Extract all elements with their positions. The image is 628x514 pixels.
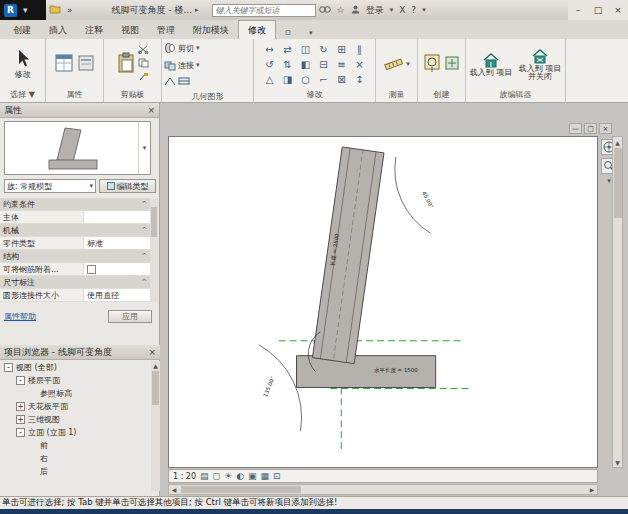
vertical-scrollbar[interactable]: ▲ ▼ [612,136,623,468]
tab-view[interactable]: 视图 [112,21,148,39]
tab-insert[interactable]: 插入 [40,21,76,39]
tab-addins[interactable]: 附加模块 [184,21,238,39]
tab-create[interactable]: 创建 [4,21,40,39]
view-close-icon[interactable]: × [599,123,612,134]
match-type-icon[interactable] [138,72,149,83]
measure-dropdown-icon[interactable]: ▾ [406,60,410,68]
tree-item-ceiling-plans[interactable]: + 天花板平面 [0,400,150,413]
project-browser-close-icon[interactable]: × [148,347,156,357]
tab-annotate[interactable]: 注释 [76,21,112,39]
angle-left-label[interactable]: 135.00° [262,375,276,398]
apply-button[interactable]: 应用 [108,310,152,323]
rotate-ccw-icon[interactable]: ↺ [261,57,279,72]
expander-icon[interactable]: - [4,363,13,372]
horizontal-length-label[interactable]: 水平长度 = 1500 [374,367,418,374]
move-vertical-icon[interactable]: ↕ [351,72,369,87]
group-icon[interactable]: ⊠ [333,72,351,87]
view-restore-icon[interactable]: □ [584,123,597,134]
move-icon[interactable]: ⇅ [279,57,297,72]
navbar-dropdown-icon[interactable]: ▾ [607,177,611,185]
scroll-up-icon[interactable]: ▲ [613,137,622,147]
property-group-row[interactable]: 结构^ [0,250,150,263]
properties-help-link[interactable]: 属性帮助 [4,311,36,322]
load-into-project-button[interactable]: 载入到 项目 [468,51,514,77]
app-logo-icon[interactable]: R [4,4,17,17]
property-group-row[interactable]: 约束条件^ [0,198,150,211]
cut-geometry-button[interactable]: 剪切▾ [164,41,200,55]
expander-icon[interactable]: - [16,428,25,437]
property-value[interactable] [84,211,150,223]
minimize-button[interactable]: – [568,2,588,18]
create-similar-icon[interactable] [444,54,460,74]
view-minimize-icon[interactable]: — [569,123,582,134]
extend-icon[interactable]: △ [261,72,279,87]
unjoin-icon[interactable]: ◨ [279,72,297,87]
array-icon[interactable]: ⊞ [333,42,351,57]
tree-item-floor-plans[interactable]: - 楼层平面 [0,374,150,387]
sun-path-icon[interactable]: ☀ [224,471,232,481]
paste-icon[interactable] [117,52,135,76]
split-icon[interactable]: ∥ [351,42,369,57]
scale-icon[interactable]: ⊟ [315,57,333,72]
wall-joins-icon[interactable] [164,76,176,88]
cut-clipboard-icon[interactable] [138,45,149,56]
hide-isolate-icon[interactable]: ⊡ [273,471,281,481]
shadows-icon[interactable]: ◐ [236,471,244,481]
property-value[interactable]: 标准 [84,237,150,249]
maximize-button[interactable]: □ [588,2,608,18]
properties-palette-header[interactable]: 属性 × [0,103,159,118]
join-geometry-button[interactable]: 连接▾ [164,58,200,72]
properties-scrollbar[interactable] [150,198,158,302]
collapse-icon[interactable]: ^ [141,226,147,234]
tree-item-front[interactable]: 前 [0,439,150,452]
tree-item-3d-views[interactable]: + 三维视图 [0,413,150,426]
tree-item-views[interactable]: - 视图 (全部) [0,361,150,374]
measure-icon[interactable] [383,54,403,74]
panel-label-select[interactable]: 选择 ▼ [0,89,45,102]
scroll-right-icon[interactable]: ▶ [587,486,597,493]
family-category-select[interactable]: 族: 常规模型 ▾ [4,179,96,193]
load-into-project-close-button[interactable]: 载入到 项目并关闭 [517,47,563,82]
modify-tool-button[interactable]: 修改 [15,49,31,80]
properties-palette-icon[interactable] [54,53,74,75]
scroll-left-icon[interactable]: ◀ [169,486,179,493]
horizontal-scrollbar[interactable]: ◀ ▶ [168,484,598,495]
scrollbar-thumb[interactable] [152,371,159,405]
scrollbar-thumb[interactable] [614,148,622,218]
tree-item-elevations[interactable]: - 立面 (立面 1) [0,426,150,439]
demolish-icon[interactable]: ○ [297,72,315,87]
tree-item-back[interactable]: 后 [0,465,150,478]
show-crop-icon[interactable]: ▦ [261,471,270,481]
properties-close-icon[interactable]: × [147,105,155,115]
beam-cope-icon[interactable] [178,76,190,88]
exchange-apps-icon[interactable]: X [396,5,408,15]
edit-profile-icon[interactable]: ⌐ [315,72,333,87]
align-icon[interactable]: ↔ [261,42,279,57]
property-group-row[interactable]: 机械^ [0,224,150,237]
app-menu-dropdown-icon[interactable]: ▾ [20,5,31,15]
tree-item-ref-level[interactable]: 参照标高 [0,387,150,400]
tab-manage[interactable]: 管理 [148,21,184,39]
drawing-canvas[interactable]: 45.00° 135.00° 长度 = 2500 水平长度 = 1500 [168,136,598,468]
tree-item-right[interactable]: 右 [0,452,150,465]
tab-modify[interactable]: 修改 [238,20,276,39]
collapse-icon[interactable]: ^ [141,200,147,208]
trim-icon[interactable]: ◧ [297,57,315,72]
family-types-icon[interactable] [77,54,95,74]
expander-icon[interactable]: + [16,402,25,411]
type-selector[interactable]: ▾ [4,121,151,175]
help-dropdown-icon[interactable]: ▾ [419,6,429,14]
delete-icon[interactable]: × [351,57,369,72]
crop-view-icon[interactable]: ▣ [248,471,257,481]
scrollbar-thumb[interactable] [181,486,301,493]
scrollbar-thumb[interactable] [151,207,157,237]
ribbon-state-icon[interactable]: ⊡ [276,26,300,39]
search-binoculars-icon[interactable] [316,5,334,16]
scroll-down-icon[interactable]: ▼ [613,457,622,467]
edit-type-button[interactable]: 编辑类型 [99,179,156,193]
rotate-icon[interactable]: ↻ [315,42,333,57]
sign-in-label[interactable]: 登录 [363,4,387,17]
visual-style-icon[interactable]: ◻ [213,471,220,481]
ribbon-state-dropdown-icon[interactable]: ▾ [300,26,322,39]
collapse-icon[interactable]: ^ [141,278,147,286]
